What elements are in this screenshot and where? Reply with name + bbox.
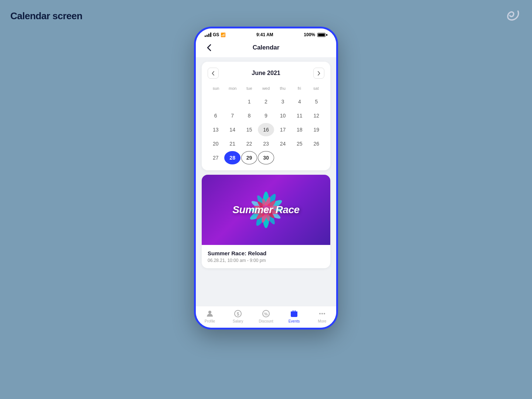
calendar-card: June 2021 sun mon tue wed thu fri sat 12…	[202, 62, 330, 170]
calendar-cell[interactable]: 11	[291, 109, 307, 122]
calendar-cell[interactable]: 1	[241, 95, 257, 108]
app-header: Calendar	[196, 39, 336, 57]
calendar-nav: June 2021	[208, 68, 324, 79]
calendar-cell[interactable]: 16	[258, 123, 274, 136]
tab-discount-label: Discount	[259, 319, 273, 323]
events-icon	[290, 309, 299, 318]
tab-discount[interactable]: % Discount	[252, 309, 280, 323]
tab-events-label: Events	[289, 319, 300, 323]
month-year-label: June 2021	[252, 70, 280, 76]
tab-salary[interactable]: $ Salary	[224, 309, 252, 323]
signal-icon	[205, 33, 211, 37]
salary-icon: $	[233, 309, 242, 318]
screen-title: Calendar	[215, 44, 317, 51]
page-title: Calendar screen	[10, 10, 82, 22]
day-sat: sat	[308, 85, 324, 92]
calendar-cell[interactable]: 12	[308, 109, 324, 122]
calendar-grid: 1234567891011121314151617181920212223242…	[208, 95, 324, 164]
calendar-cell[interactable]: 28	[224, 151, 240, 164]
svg-point-14	[208, 311, 211, 314]
calendar-cell	[208, 95, 224, 108]
calendar-cell	[275, 151, 291, 164]
battery-icon	[317, 33, 327, 37]
svg-text:$: $	[237, 311, 239, 317]
calendar-cell[interactable]: 8	[241, 109, 257, 122]
calendar-cell[interactable]: 14	[224, 123, 240, 136]
calendar-cell[interactable]: 4	[291, 95, 307, 108]
svg-point-27	[324, 313, 325, 314]
calendar-cell	[308, 151, 324, 164]
calendar-cell[interactable]: 17	[275, 123, 291, 136]
day-tue: tue	[241, 85, 258, 92]
svg-rect-23	[291, 311, 297, 313]
svg-text:%: %	[264, 312, 268, 316]
phone-shell: GS 📶 9:41 AM 100% Calendar	[194, 27, 338, 330]
calendar-cell[interactable]: 19	[308, 123, 324, 136]
calendar-cell[interactable]: 2	[258, 95, 274, 108]
tab-more[interactable]: More	[308, 309, 336, 323]
calendar-cell[interactable]: 23	[258, 137, 274, 150]
status-bar: GS 📶 9:41 AM 100%	[196, 28, 336, 39]
discount-icon: %	[262, 309, 270, 318]
calendar-cell[interactable]: 6	[208, 109, 224, 122]
calendar-cell[interactable]: 7	[224, 109, 240, 122]
prev-month-button[interactable]	[208, 68, 219, 79]
calendar-cell	[291, 151, 307, 164]
more-icon	[318, 309, 327, 318]
calendar-cell[interactable]: 9	[258, 109, 274, 122]
status-left: GS 📶	[205, 32, 226, 37]
calendar-cell[interactable]: 15	[241, 123, 257, 136]
event-name-label: Summer Race: Reload	[208, 250, 324, 256]
profile-icon	[205, 309, 214, 318]
day-fri: fri	[291, 85, 308, 92]
carrier-label: GS	[213, 32, 219, 37]
time-label: 9:41 AM	[256, 32, 273, 37]
svg-rect-24	[292, 314, 293, 316]
battery-label: 100%	[304, 32, 315, 37]
calendar-cell[interactable]: 13	[208, 123, 224, 136]
calendar-cell[interactable]: 22	[241, 137, 257, 150]
calendar-cell[interactable]: 29	[241, 151, 257, 164]
calendar-cell[interactable]: 3	[275, 95, 291, 108]
tab-more-label: More	[318, 319, 327, 323]
svg-point-25	[319, 313, 321, 314]
calendar-cell[interactable]: 5	[308, 95, 324, 108]
wifi-icon: 📶	[221, 33, 226, 37]
day-mon: mon	[224, 85, 241, 92]
brand-icon	[504, 7, 522, 25]
main-content: June 2021 sun mon tue wed thu fri sat 12…	[196, 57, 336, 306]
status-right: 100%	[304, 32, 327, 37]
tab-events[interactable]: Events	[280, 309, 308, 323]
tab-profile[interactable]: Profile	[196, 309, 224, 323]
calendar-cell[interactable]: 20	[208, 137, 224, 150]
day-sun: sun	[208, 85, 224, 92]
back-button[interactable]	[203, 42, 215, 54]
calendar-cell	[224, 95, 240, 108]
calendar-cell[interactable]: 25	[291, 137, 307, 150]
event-banner-title: Summer Race	[232, 204, 299, 216]
svg-point-26	[321, 313, 323, 314]
tab-salary-label: Salary	[233, 319, 243, 323]
day-thu: thu	[274, 85, 291, 92]
event-info: Summer Race: Reload 06.28.21, 10:00 am -…	[202, 245, 330, 268]
event-banner: Summer Race	[202, 175, 330, 245]
calendar-cell[interactable]: 27	[208, 151, 224, 164]
day-wed: wed	[258, 85, 274, 92]
calendar-cell[interactable]: 24	[275, 137, 291, 150]
calendar-cell[interactable]: 21	[224, 137, 240, 150]
calendar-cell[interactable]: 26	[308, 137, 324, 150]
day-names-row: sun mon tue wed thu fri sat	[208, 85, 324, 92]
event-date-label: 06.28.21, 10:00 am - 9:00 pm	[208, 258, 324, 263]
next-month-button[interactable]	[313, 68, 324, 79]
calendar-cell[interactable]: 18	[291, 123, 307, 136]
calendar-cell[interactable]: 30	[258, 151, 274, 164]
tab-profile-label: Profile	[205, 319, 215, 323]
tab-bar: Profile $ Salary % Discount	[196, 306, 336, 328]
event-card[interactable]: Summer Race Summer Race: Reload 06.28.21…	[202, 175, 330, 268]
calendar-cell[interactable]: 10	[275, 109, 291, 122]
